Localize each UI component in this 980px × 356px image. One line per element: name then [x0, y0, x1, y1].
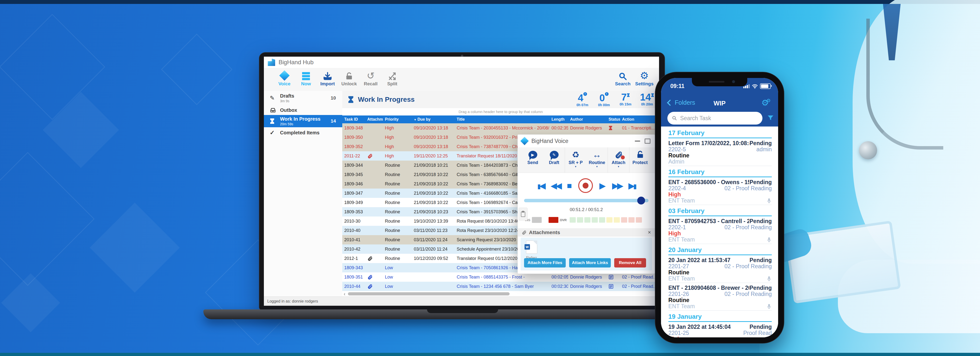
voice-icon — [274, 69, 295, 81]
scrollbar-thumb[interactable] — [348, 292, 510, 295]
group-by-hint[interactable]: Drag a column header here to group by th… — [342, 108, 659, 116]
skip-to-end-button[interactable]: ▶▮ — [628, 182, 635, 190]
sidebar-item-completed[interactable]: ✓ Completed Items — [264, 127, 342, 138]
alert-icon: ! — [583, 92, 587, 96]
search-bar[interactable] — [667, 112, 762, 125]
skip-to-start-button[interactable]: ▮◀ — [537, 182, 544, 190]
attach-button[interactable]: Attach ▾ — [608, 147, 629, 172]
task-item[interactable]: ENT - 2180904608 - Brewer - 26/02/1970Pe… — [668, 283, 772, 311]
task-item[interactable]: ENT - 2685536000 - Owens - 15/07/2012Pen… — [668, 177, 772, 205]
column-attachment[interactable]: Attachment — [365, 117, 383, 121]
unlock-button[interactable]: Unlock — [338, 69, 360, 86]
battery-icon — [760, 83, 771, 89]
scroll-left-arrow[interactable]: ‹ — [344, 291, 345, 297]
filter-funnel-icon[interactable] — [767, 114, 774, 121]
column-task-id[interactable]: Task ID — [342, 117, 365, 121]
slider-knob[interactable] — [637, 196, 645, 204]
import-button[interactable]: Import — [317, 69, 338, 86]
playback-slider[interactable] — [524, 199, 649, 202]
now-icon — [295, 69, 317, 81]
column-due-by[interactable]: ▼Due by — [412, 117, 455, 121]
play-button[interactable]: ▶ — [599, 182, 606, 190]
task-item[interactable]: Letter Form 17/02/2022, 10:08:44Pending … — [668, 138, 772, 166]
routine-button[interactable]: ↔ Routine ▾ — [586, 147, 608, 172]
task-item[interactable]: ENT - 8705942753 - Cantrell - 22/05/1990… — [668, 216, 772, 244]
column-action[interactable]: Action — [620, 117, 657, 121]
protect-button[interactable]: Protect — [629, 147, 651, 172]
phone-page-title: WIP — [661, 99, 778, 107]
settings-button[interactable]: ⚙ Settings — [633, 69, 655, 86]
cell-task-id: 2011-22 — [342, 153, 365, 159]
cell-task-id: 2010-44 — [342, 284, 365, 289]
date-section-header: 19 January — [668, 313, 772, 322]
attach-more-links-button[interactable]: Attach More Links — [569, 258, 611, 268]
hourglass-icon — [627, 93, 630, 97]
cell-due-by: 21/09/2018 10:22 — [412, 172, 455, 177]
drafts-count: 10 — [331, 95, 336, 101]
cell-length: 00:02:35 — [549, 126, 568, 131]
rewind-button[interactable]: ◀◀ — [550, 182, 560, 190]
task-stage: 02 - Proof Reading — [724, 291, 772, 297]
horizontal-scrollbar: ‹ — [342, 291, 659, 297]
maximize-button[interactable] — [644, 139, 651, 144]
task-item[interactable]: 19 Jan 2022 at 14:45:04Pending 2201-25Pr… — [668, 322, 772, 337]
draft-button[interactable]: ✎ Draft — [543, 147, 565, 172]
cell-attachment — [365, 275, 383, 280]
column-author[interactable]: Author — [568, 117, 607, 121]
sidebar-item-drafts[interactable]: ✎ Drafts 3m 9s 10 — [264, 91, 342, 105]
column-title[interactable]: Title — [455, 117, 549, 121]
task-priority: High — [668, 191, 681, 198]
column-priority[interactable]: Priority — [383, 117, 412, 121]
cell-title: Crisis Team - 0885143375 - Frost - — [455, 275, 549, 280]
bighand-logo-icon — [268, 59, 275, 66]
split-button[interactable]: Split — [382, 69, 403, 86]
sr-p-button[interactable]: ♻ SR + P ▾ — [565, 147, 586, 172]
table-row[interactable]: 2010-44 Low Crisis Team - 1234 456 678 -… — [342, 282, 659, 291]
task-stage: 02 - Proof Reading — [724, 263, 772, 270]
table-row[interactable]: 1809-348 High 09/10/2020 13:18 Crisis Te… — [342, 123, 659, 133]
attach-more-files-button[interactable]: Attach More Files — [524, 258, 566, 268]
bottom-border — [0, 353, 980, 356]
date-section-header: 20 January — [668, 246, 772, 255]
task-id: 2202-1 — [668, 224, 686, 231]
status-bar: Logged in as: donnie rodgers — [264, 297, 659, 306]
list-status-icon — [609, 284, 614, 289]
attachment-file[interactable]: W Referr... — [526, 241, 543, 260]
cell-action: 01 - Transcripti... — [620, 126, 657, 131]
record-button[interactable] — [578, 178, 593, 193]
cell-author: Donnie Rodgers — [568, 126, 607, 131]
column-length[interactable]: Length — [549, 117, 568, 121]
task-item[interactable]: 20 Jan 2022 at 11:53:47Pending 2201-2702… — [668, 255, 772, 283]
send-button[interactable]: ▶ Send — [522, 147, 543, 172]
remove-all-button[interactable]: Remove All — [614, 258, 646, 268]
sidebar-item-outbox[interactable]: Outbox — [264, 105, 342, 115]
cell-due-by: 03/11/2020 11:24 — [412, 237, 455, 243]
search-input[interactable] — [679, 115, 754, 122]
settings-gears-icon[interactable]: ⚙⚙ — [762, 97, 771, 108]
status-badge: Pending — [749, 140, 772, 147]
status-badge: Pending — [749, 179, 772, 185]
ins-swatch — [532, 217, 542, 223]
meter-segment — [606, 217, 612, 223]
search-button[interactable]: Search — [612, 69, 633, 86]
cell-length: 00:02:05 — [549, 275, 568, 280]
column-status[interactable]: Status — [607, 117, 620, 121]
clipboard-icon[interactable] — [519, 208, 528, 220]
search-icon — [672, 115, 677, 121]
sidebar-item-work-in-progress[interactable]: Work In Progress 20m 59s 14 — [264, 115, 342, 127]
task-team: ENT Team — [668, 303, 695, 310]
speech-recognition-icon: ♻ — [565, 149, 586, 160]
recall-icon: ↺ — [360, 69, 382, 81]
cell-attachment — [365, 153, 383, 159]
task-priority: High — [668, 230, 681, 237]
fast-forward-button[interactable]: ▶▶ — [612, 182, 622, 190]
cell-task-id: 1809-346 — [342, 182, 365, 187]
recall-button[interactable]: ↺ Recall — [360, 69, 382, 86]
close-icon[interactable]: × — [648, 229, 651, 236]
voice-button[interactable]: Voice — [274, 69, 295, 86]
stop-button[interactable]: ■ — [567, 182, 572, 190]
now-button[interactable]: Now — [295, 69, 317, 86]
cell-priority: Low — [383, 284, 412, 289]
task-team: Admin — [668, 158, 684, 165]
minimize-button[interactable] — [635, 140, 640, 142]
